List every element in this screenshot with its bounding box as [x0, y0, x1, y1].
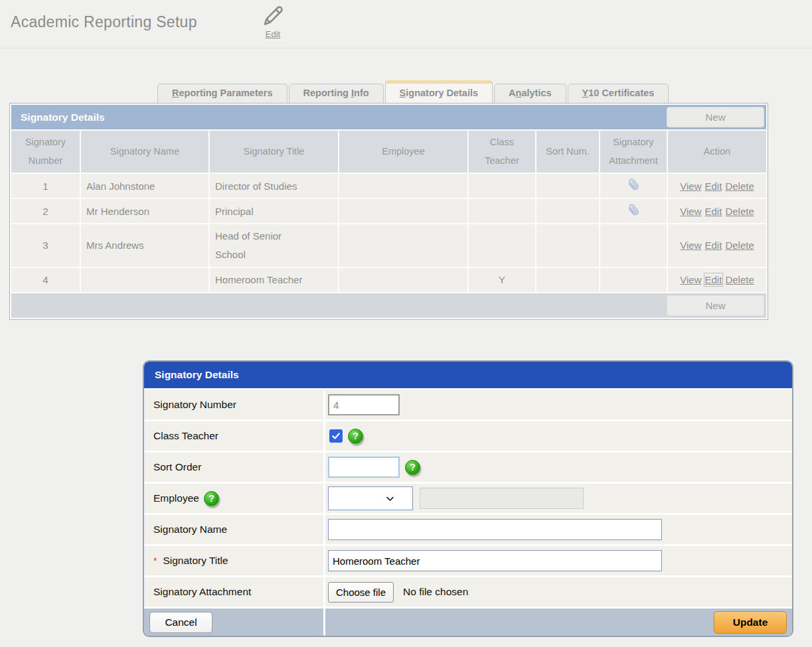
table-header-bar: Signatory Details New	[11, 105, 766, 129]
required-asterisk: *	[153, 555, 157, 566]
form-row-sort-order: Sort Order ?	[144, 453, 792, 482]
tab-analytics[interactable]: Analytics	[494, 84, 566, 103]
paperclip-icon	[625, 177, 642, 195]
signatory-table-card: Signatory Details New Signatory Number S…	[9, 103, 768, 320]
form-row-signatory-number: Signatory Number	[144, 390, 792, 419]
tab-signatory-details[interactable]: Signatory Details	[385, 80, 493, 103]
page-title: Academic Reporting Setup	[11, 13, 197, 31]
update-button[interactable]: Update	[714, 611, 787, 634]
delete-link[interactable]: Delete	[725, 240, 754, 251]
col-signatory-name: Signatory Name	[81, 131, 208, 173]
class-teacher-checkbox[interactable]	[329, 429, 343, 443]
col-action: Action	[668, 131, 766, 173]
table-row: 4 Homeroom Teacher Y View Edit Delete	[11, 268, 766, 292]
new-signatory-button-top[interactable]: New	[667, 107, 764, 127]
chevron-down-icon	[385, 494, 395, 504]
col-sort-num: Sort Num.	[536, 131, 599, 173]
view-link[interactable]: View	[680, 274, 701, 285]
col-signatory-number: Signatory Number	[11, 131, 80, 173]
form-footer-bar: Cancel Update	[144, 609, 792, 636]
cancel-button[interactable]: Cancel	[149, 612, 212, 633]
tab-bar: Reporting Parameters Reporting Info Sign…	[157, 80, 669, 103]
signatory-title-input[interactable]	[328, 550, 662, 571]
file-status-text: No file chosen	[403, 586, 468, 598]
form-row-class-teacher: Class Teacher ?	[144, 421, 792, 451]
employee-select[interactable]	[328, 486, 413, 510]
form-row-employee: Employee ?	[144, 484, 792, 513]
table-title: Signatory Details	[11, 111, 105, 123]
form-header-bar: Signatory Details	[144, 362, 792, 388]
table-column-header-row: Signatory Number Signatory Name Signator…	[11, 131, 766, 173]
signatory-name-input[interactable]	[328, 519, 662, 540]
col-employee: Employee	[339, 131, 467, 173]
col-signatory-attachment: Signatory Attachment	[600, 131, 667, 173]
delete-link[interactable]: Delete	[725, 274, 754, 285]
help-icon[interactable]: ?	[348, 429, 363, 444]
pencil-icon	[261, 19, 285, 30]
new-signatory-button-bottom[interactable]: New	[667, 295, 764, 316]
delete-link[interactable]: Delete	[725, 180, 754, 192]
col-class-teacher: Class Teacher	[469, 131, 535, 173]
col-signatory-title: Signatory Title	[210, 131, 338, 173]
edit-link[interactable]: Edit	[705, 180, 722, 192]
table-row: 3 Mrs Andrews Head of Senior School View…	[11, 224, 766, 267]
top-header-band: Academic Reporting Setup Edit	[0, 0, 812, 48]
form-title: Signatory Details	[144, 369, 239, 381]
table-footer-bar: New	[11, 293, 766, 318]
view-link[interactable]: View	[680, 180, 701, 192]
edit-link-focused[interactable]: Edit	[705, 274, 722, 285]
paperclip-icon	[625, 202, 642, 220]
table-row: 1 Alan Johnstone Director of Studies Vie…	[11, 174, 766, 198]
help-icon[interactable]: ?	[204, 491, 219, 506]
choose-file-button[interactable]: Choose file	[328, 582, 394, 603]
help-icon[interactable]: ?	[405, 460, 420, 475]
view-link[interactable]: View	[680, 240, 701, 251]
form-row-signatory-title: * Signatory Title	[144, 546, 792, 575]
edit-link[interactable]: Edit	[705, 240, 722, 251]
edit-page-button[interactable]: Edit	[256, 3, 289, 39]
view-link[interactable]: View	[680, 206, 701, 217]
signatory-details-form: Signatory Details Signatory Number Class…	[143, 360, 793, 637]
form-row-signatory-attachment: Signatory Attachment Choose file No file…	[144, 577, 792, 607]
table-row: 2 Mr Henderson Principal View Edit Delet…	[11, 199, 766, 223]
sort-order-input[interactable]	[328, 457, 400, 478]
form-row-signatory-name: Signatory Name	[144, 515, 792, 544]
tab-reporting-info[interactable]: Reporting Info	[289, 84, 384, 103]
employee-name-field	[420, 488, 584, 509]
edit-link[interactable]: Edit	[705, 206, 722, 217]
tab-reporting-parameters[interactable]: Reporting Parameters	[157, 84, 287, 103]
tab-y10-certificates[interactable]: Y10 Certificates	[568, 84, 669, 103]
delete-link[interactable]: Delete	[725, 206, 754, 217]
edit-link-label[interactable]: Edit	[256, 29, 289, 39]
signatory-number-input[interactable]	[328, 394, 400, 415]
